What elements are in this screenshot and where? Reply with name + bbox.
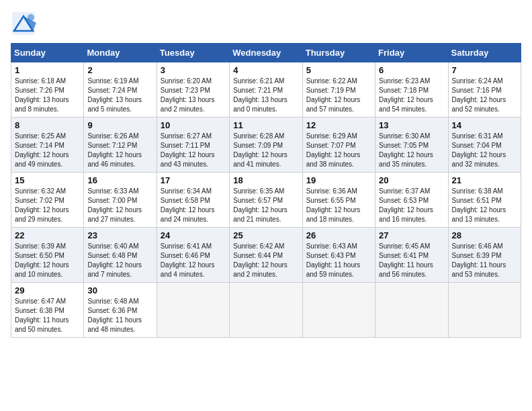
day-detail: Sunrise: 6:19 AM Sunset: 7:24 PM Dayligh… [87, 77, 152, 114]
calendar-cell: 8 Sunrise: 6:25 AM Sunset: 7:14 PM Dayli… [11, 118, 84, 173]
calendar-cell: 17 Sunrise: 6:34 AM Sunset: 6:58 PM Dayl… [157, 173, 229, 228]
day-detail: Sunrise: 6:22 AM Sunset: 7:19 PM Dayligh… [306, 77, 371, 114]
day-detail: Sunrise: 6:20 AM Sunset: 7:23 PM Dayligh… [161, 77, 226, 114]
day-detail: Sunrise: 6:47 AM Sunset: 6:38 PM Dayligh… [15, 297, 80, 334]
day-detail: Sunrise: 6:37 AM Sunset: 6:53 PM Dayligh… [379, 187, 444, 224]
day-detail: Sunrise: 6:18 AM Sunset: 7:26 PM Dayligh… [15, 77, 80, 114]
day-number: 13 [379, 120, 444, 130]
day-number: 30 [87, 285, 152, 295]
day-number: 1 [15, 65, 80, 75]
day-detail: Sunrise: 6:41 AM Sunset: 6:46 PM Dayligh… [161, 242, 226, 279]
day-number: 19 [306, 175, 371, 185]
day-number: 9 [87, 120, 152, 130]
day-number: 10 [161, 120, 226, 130]
calendar-cell: 6 Sunrise: 6:23 AM Sunset: 7:18 PM Dayli… [375, 62, 448, 118]
day-detail: Sunrise: 6:33 AM Sunset: 7:00 PM Dayligh… [87, 187, 152, 224]
day-number: 17 [161, 175, 226, 185]
calendar-cell: 1 Sunrise: 6:18 AM Sunset: 7:26 PM Dayli… [11, 62, 84, 118]
day-number: 24 [161, 230, 226, 240]
day-number: 28 [452, 230, 517, 240]
day-detail: Sunrise: 6:39 AM Sunset: 6:50 PM Dayligh… [15, 242, 80, 279]
day-detail: Sunrise: 6:40 AM Sunset: 6:48 PM Dayligh… [87, 242, 152, 279]
logo-icon [11, 11, 36, 36]
day-number: 5 [306, 65, 371, 75]
calendar-cell: 26 Sunrise: 6:43 AM Sunset: 6:43 PM Dayl… [302, 228, 375, 283]
calendar-cell: 10 Sunrise: 6:27 AM Sunset: 7:11 PM Dayl… [157, 118, 229, 173]
day-detail: Sunrise: 6:30 AM Sunset: 7:05 PM Dayligh… [379, 132, 444, 169]
calendar-cell: 16 Sunrise: 6:33 AM Sunset: 7:00 PM Dayl… [84, 173, 157, 228]
day-detail: Sunrise: 6:24 AM Sunset: 7:16 PM Dayligh… [452, 77, 517, 114]
day-detail: Sunrise: 6:43 AM Sunset: 6:43 PM Dayligh… [306, 242, 371, 279]
day-detail: Sunrise: 6:35 AM Sunset: 6:57 PM Dayligh… [233, 187, 298, 224]
day-detail: Sunrise: 6:48 AM Sunset: 6:36 PM Dayligh… [87, 297, 152, 334]
calendar-cell: 7 Sunrise: 6:24 AM Sunset: 7:16 PM Dayli… [448, 62, 521, 118]
col-friday: Friday [375, 44, 448, 62]
col-monday: Monday [84, 44, 157, 62]
day-number: 18 [233, 175, 298, 185]
calendar-cell: 11 Sunrise: 6:28 AM Sunset: 7:09 PM Dayl… [230, 118, 302, 173]
svg-point-3 [28, 14, 34, 21]
calendar-cell: 21 Sunrise: 6:38 AM Sunset: 6:51 PM Dayl… [448, 173, 521, 228]
calendar-table: Sunday Monday Tuesday Wednesday Thursday… [11, 43, 521, 338]
calendar-cell: 5 Sunrise: 6:22 AM Sunset: 7:19 PM Dayli… [302, 62, 375, 118]
calendar-cell: 27 Sunrise: 6:45 AM Sunset: 6:41 PM Dayl… [375, 228, 448, 283]
calendar-cell: 12 Sunrise: 6:29 AM Sunset: 7:07 PM Dayl… [302, 118, 375, 173]
calendar-week-1: 1 Sunrise: 6:18 AM Sunset: 7:26 PM Dayli… [11, 62, 521, 118]
calendar-week-4: 22 Sunrise: 6:39 AM Sunset: 6:50 PM Dayl… [11, 228, 521, 283]
day-number: 25 [233, 230, 298, 240]
header-row: Sunday Monday Tuesday Wednesday Thursday… [11, 44, 521, 62]
day-detail: Sunrise: 6:21 AM Sunset: 7:21 PM Dayligh… [233, 77, 298, 114]
calendar-cell: 4 Sunrise: 6:21 AM Sunset: 7:21 PM Dayli… [230, 62, 302, 118]
calendar-cell: 23 Sunrise: 6:40 AM Sunset: 6:48 PM Dayl… [84, 228, 157, 283]
calendar-cell: 2 Sunrise: 6:19 AM Sunset: 7:24 PM Dayli… [84, 62, 157, 118]
day-detail: Sunrise: 6:36 AM Sunset: 6:55 PM Dayligh… [306, 187, 371, 224]
day-detail: Sunrise: 6:27 AM Sunset: 7:11 PM Dayligh… [161, 132, 226, 169]
day-detail: Sunrise: 6:32 AM Sunset: 7:02 PM Dayligh… [15, 187, 80, 224]
col-saturday: Saturday [448, 44, 521, 62]
day-number: 2 [87, 65, 152, 75]
calendar-cell: 22 Sunrise: 6:39 AM Sunset: 6:50 PM Dayl… [11, 228, 84, 283]
day-number: 11 [233, 120, 298, 130]
day-detail: Sunrise: 6:29 AM Sunset: 7:07 PM Dayligh… [306, 132, 371, 169]
calendar-week-3: 15 Sunrise: 6:32 AM Sunset: 7:02 PM Dayl… [11, 173, 521, 228]
day-number: 20 [379, 175, 444, 185]
day-detail: Sunrise: 6:46 AM Sunset: 6:39 PM Dayligh… [452, 242, 517, 279]
col-tuesday: Tuesday [157, 44, 229, 62]
day-number: 6 [379, 65, 444, 75]
calendar-week-5: 29 Sunrise: 6:47 AM Sunset: 6:38 PM Dayl… [11, 283, 521, 338]
day-detail: Sunrise: 6:34 AM Sunset: 6:58 PM Dayligh… [161, 187, 226, 224]
day-detail: Sunrise: 6:45 AM Sunset: 6:41 PM Dayligh… [379, 242, 444, 279]
calendar-header: Sunday Monday Tuesday Wednesday Thursday… [11, 44, 521, 62]
day-number: 3 [161, 65, 226, 75]
calendar-cell: 28 Sunrise: 6:46 AM Sunset: 6:39 PM Dayl… [448, 228, 521, 283]
day-number: 23 [87, 230, 152, 240]
calendar-cell [230, 283, 302, 338]
calendar-cell [375, 283, 448, 338]
day-number: 26 [306, 230, 371, 240]
day-number: 12 [306, 120, 371, 130]
calendar-cell: 15 Sunrise: 6:32 AM Sunset: 7:02 PM Dayl… [11, 173, 84, 228]
day-number: 27 [379, 230, 444, 240]
day-detail: Sunrise: 6:31 AM Sunset: 7:04 PM Dayligh… [452, 132, 517, 169]
calendar-cell: 14 Sunrise: 6:31 AM Sunset: 7:04 PM Dayl… [448, 118, 521, 173]
col-wednesday: Wednesday [230, 44, 302, 62]
day-number: 21 [452, 175, 517, 185]
day-detail: Sunrise: 6:28 AM Sunset: 7:09 PM Dayligh… [233, 132, 298, 169]
calendar-cell: 19 Sunrise: 6:36 AM Sunset: 6:55 PM Dayl… [302, 173, 375, 228]
calendar-cell: 29 Sunrise: 6:47 AM Sunset: 6:38 PM Dayl… [11, 283, 84, 338]
calendar-cell: 20 Sunrise: 6:37 AM Sunset: 6:53 PM Dayl… [375, 173, 448, 228]
day-number: 7 [452, 65, 517, 75]
calendar-cell: 25 Sunrise: 6:42 AM Sunset: 6:44 PM Dayl… [230, 228, 302, 283]
day-number: 29 [15, 285, 80, 295]
day-number: 15 [15, 175, 80, 185]
calendar-cell: 24 Sunrise: 6:41 AM Sunset: 6:46 PM Dayl… [157, 228, 229, 283]
calendar-cell [302, 283, 375, 338]
day-detail: Sunrise: 6:25 AM Sunset: 7:14 PM Dayligh… [15, 132, 80, 169]
logo [11, 11, 39, 36]
day-detail: Sunrise: 6:38 AM Sunset: 6:51 PM Dayligh… [452, 187, 517, 224]
calendar-cell: 18 Sunrise: 6:35 AM Sunset: 6:57 PM Dayl… [230, 173, 302, 228]
day-number: 16 [87, 175, 152, 185]
day-detail: Sunrise: 6:23 AM Sunset: 7:18 PM Dayligh… [379, 77, 444, 114]
calendar-cell [157, 283, 229, 338]
calendar-cell: 30 Sunrise: 6:48 AM Sunset: 6:36 PM Dayl… [84, 283, 157, 338]
